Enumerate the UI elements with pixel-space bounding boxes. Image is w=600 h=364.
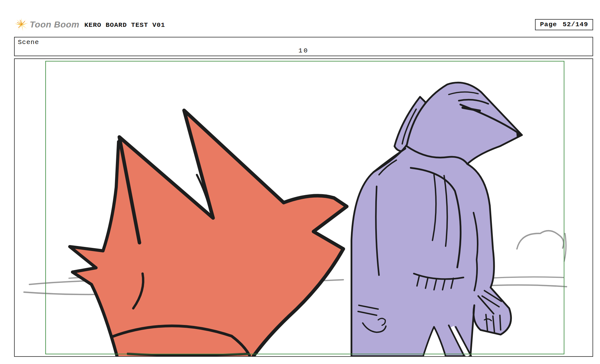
toonboom-logo-icon <box>14 17 28 32</box>
fox-character <box>70 110 347 356</box>
scene-number: 10 <box>15 47 592 54</box>
storyboard-page: Toon Boom KERO BOARD TEST V01 Page 52/14… <box>0 0 600 364</box>
header: Toon Boom KERO BOARD TEST V01 Page 52/14… <box>14 17 593 32</box>
storyboard-drawing <box>15 59 592 356</box>
wolf-character <box>352 83 522 356</box>
toonboom-wordmark: Toon Boom <box>30 20 79 30</box>
page-value: 52/149 <box>562 21 588 28</box>
page-label: Page <box>540 21 557 28</box>
board-title: KERO BOARD TEST V01 <box>84 21 165 29</box>
page-indicator: Page 52/149 <box>535 19 593 30</box>
storyboard-panel <box>14 58 593 357</box>
scene-strip: Scene 10 <box>14 37 593 56</box>
scene-label: Scene <box>18 39 39 46</box>
